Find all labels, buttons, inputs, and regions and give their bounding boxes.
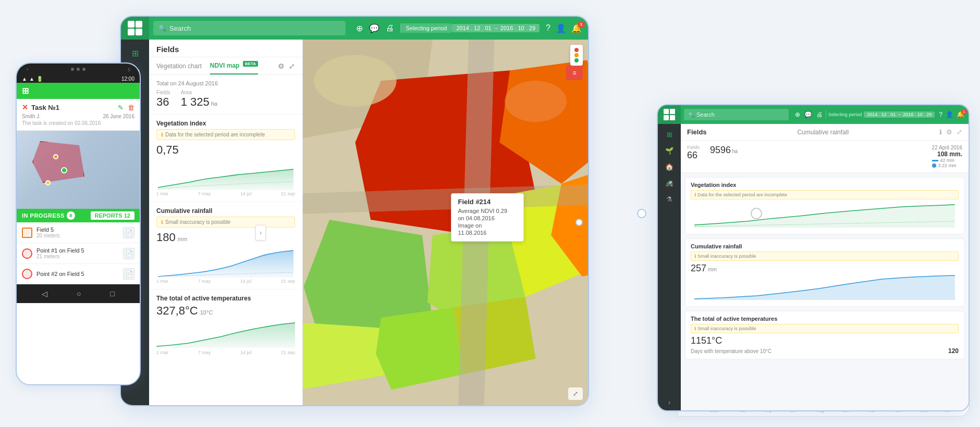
- edit-icon[interactable]: ✎: [118, 104, 124, 111]
- help-icon[interactable]: ?: [546, 23, 550, 33]
- phone-dots: [71, 68, 85, 71]
- tablet2-period-dates[interactable]: 2014 . 12 . 01 → 2016 . 10 . 29: [864, 111, 935, 118]
- t2-header: Fields Cumulative rainfall ℹ ⚙ ⤢: [681, 124, 969, 141]
- temp-mini-chart: [156, 318, 295, 349]
- phone-speaker: ▮: [128, 67, 130, 72]
- stat-fields: Fields 36: [156, 90, 170, 109]
- phone-task-actions: ✎ 🗑: [118, 104, 134, 111]
- tab-vegetation[interactable]: Vegetation chart: [156, 58, 202, 74]
- phone-device: ● ▮ ▲ ▲ 🔋 12:00 ⊞ ✕ Task №1 ✎ 🗑: [16, 62, 141, 385]
- t2-stat-fields: Fields 66: [687, 145, 700, 168]
- logo-sq: [670, 115, 675, 120]
- print-icon[interactable]: 🖨: [386, 23, 394, 33]
- temp-section: The total of active temperatures 327,8°C…: [149, 290, 302, 360]
- phone-green-header: ⊞: [17, 83, 140, 99]
- phone-camera: ●: [26, 67, 29, 72]
- period-dates[interactable]: 2014 . 12 . 01 → 2016 . 10 . 29: [452, 24, 540, 32]
- point-icon: [22, 269, 32, 279]
- add-icon[interactable]: ⊕: [356, 23, 363, 33]
- fields-tabs: Vegetation chart NDVI map BETA ⚙ ⤢: [149, 57, 302, 75]
- home-btn[interactable]: ○: [77, 290, 81, 298]
- list-item-action-btn[interactable]: 📄: [123, 268, 134, 280]
- info-icon: ℹ: [694, 254, 696, 259]
- info-icon[interactable]: ℹ: [939, 128, 942, 136]
- phone-map-area: [17, 131, 140, 209]
- settings-icon[interactable]: ⚙: [946, 128, 952, 136]
- tab-ndvi[interactable]: NDVI map BETA: [210, 57, 258, 74]
- expand-icon: ⤢: [573, 390, 578, 397]
- tablet-device: 🔍 Search ⊕ 💬 🖨 Selecting period 2014 . 1…: [120, 16, 589, 406]
- tablet2-search[interactable]: 🔍 Search: [684, 109, 789, 120]
- fields-header: Fields: [149, 40, 302, 57]
- list-item-action-btn[interactable]: 📄: [123, 248, 134, 259]
- layers-icon: ≡: [572, 69, 576, 77]
- page-indicator: [575, 219, 583, 226]
- fields-panel: Fields Vegetation chart NDVI map BETA ⚙ …: [149, 40, 303, 405]
- t2-temp-notice: ℹ Small inaccuracy is possible: [691, 324, 959, 333]
- settings-icon[interactable]: ⚙: [278, 62, 285, 70]
- phone-progress-bar: IN PROGRESS 8 REPORTS 12: [17, 209, 140, 222]
- map-layer-btn[interactable]: [570, 45, 583, 66]
- notifications-icon[interactable]: 🔔 1: [571, 23, 582, 33]
- expand-icon[interactable]: ⤢: [289, 62, 295, 70]
- t2-sidebar-filter[interactable]: ⚗: [661, 192, 678, 206]
- map-expand-btn[interactable]: ⤢: [568, 387, 583, 400]
- recent-btn[interactable]: □: [111, 290, 115, 298]
- logo-sq: [670, 109, 675, 114]
- close-icon[interactable]: ✕: [22, 103, 28, 111]
- user-icon[interactable]: 👤: [556, 23, 566, 33]
- print-icon[interactable]: 🖨: [816, 111, 823, 118]
- tablet2-toolbar-icons: ⊕ 💬 🖨: [792, 111, 826, 118]
- list-item-action-btn[interactable]: 📄: [123, 227, 134, 238]
- t2-header-icons: ℹ ⚙ ⤢: [939, 128, 962, 136]
- page-circle-indicator: [637, 209, 646, 218]
- search-area[interactable]: 🔍 Search: [153, 21, 346, 35]
- field-icon: [22, 228, 32, 238]
- rainfall-axis-labels: 1 mar 7 may 14 jul 21 sep: [156, 279, 295, 284]
- tablet2-device: 🔍 Search ⊕ 💬 🖨 Selecting period 2014 . 1…: [657, 104, 970, 411]
- phone-progress-label: IN PROGRESS 8: [22, 211, 75, 220]
- rainfall-value-row: 180 mm: [156, 231, 295, 246]
- user-icon[interactable]: 👤: [946, 111, 953, 118]
- t2-sidebar-fields[interactable]: 🌱: [661, 143, 678, 158]
- phone-status-icons: ▲ ▲ 🔋: [22, 76, 43, 82]
- logo-sq: [136, 29, 142, 35]
- tablet2-top-bar: 🔍 Search ⊕ 💬 🖨 Selecting period 2014 . 1…: [658, 105, 969, 124]
- list-item-text: Point #1 on Field 5 21 meters: [36, 247, 119, 259]
- list-item[interactable]: Field 5 20 meters 📄: [17, 222, 140, 243]
- back-btn[interactable]: ◁: [42, 290, 47, 298]
- chat-icon[interactable]: 💬: [804, 111, 812, 118]
- t2-sidebar-home[interactable]: 🏠: [661, 159, 678, 174]
- add-icon[interactable]: ⊕: [795, 111, 800, 118]
- map-tooltip: Field #214 Average NDVI 0.29 on 04.08.20…: [451, 193, 524, 242]
- layer-dot-green: [574, 58, 579, 62]
- phone-map-dot-orange: [53, 154, 58, 159]
- help-icon[interactable]: ?: [939, 111, 942, 118]
- list-item[interactable]: Point #2 on Field 5 📄: [17, 264, 140, 284]
- t2-temp-value-row: 1151°C: [691, 335, 959, 346]
- list-item[interactable]: Point #1 on Field 5 21 meters 📄: [17, 243, 140, 264]
- logo-sq: [128, 21, 134, 28]
- t2-sidebar-expand-btn[interactable]: ›: [668, 399, 670, 406]
- delete-icon[interactable]: 🗑: [128, 104, 134, 111]
- tablet2-sidebar: ⊞ 🌱 🏠 🚜 ⚗ ›: [658, 124, 681, 410]
- stats-section: Total on 24 August 2016 Fields 36 Area 1…: [149, 75, 302, 115]
- phone-task-header: ✕ Task №1 ✎ 🗑: [22, 103, 134, 111]
- sidebar-item-dashboard[interactable]: ⊞: [125, 44, 145, 62]
- t2-stats: Fields 66 9596 ha 22 April 2016 108 mm. …: [681, 141, 969, 173]
- map-red-btn[interactable]: ≡: [566, 66, 583, 80]
- layer-dot-orange: [574, 53, 579, 57]
- chat-icon[interactable]: 💬: [369, 23, 379, 33]
- signal-icon: ▲: [29, 76, 34, 82]
- logo-sq: [664, 115, 669, 120]
- scroll-right-btn[interactable]: ›: [255, 225, 266, 241]
- tablet-top-bar: 🔍 Search ⊕ 💬 🖨 Selecting period 2014 . 1…: [121, 17, 588, 40]
- t2-veg-section: Vegetation index ℹ Data for the selected…: [685, 177, 964, 234]
- period-selector[interactable]: Selecting period: [401, 23, 452, 33]
- t2-sidebar-dashboard[interactable]: ⊞: [661, 127, 678, 142]
- expand-icon[interactable]: ⤢: [957, 128, 962, 136]
- notifications-icon[interactable]: 🔔 1: [957, 111, 964, 118]
- info-icon: ℹ: [161, 219, 163, 225]
- t2-stat-area: 9596 ha: [710, 145, 738, 168]
- t2-sidebar-equipment[interactable]: 🚜: [661, 175, 678, 190]
